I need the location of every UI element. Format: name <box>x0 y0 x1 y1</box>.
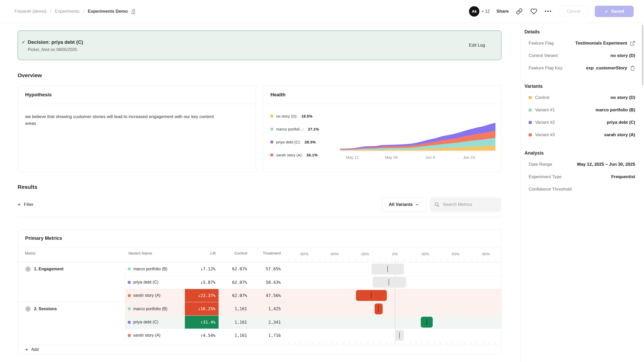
breadcrumb-separator: / <box>83 9 84 14</box>
axis-tick-label: 90% <box>482 252 490 256</box>
add-metric-button[interactable]: + Add <box>18 345 501 354</box>
variant-name-cell: priya debt (C) <box>125 320 185 324</box>
decision-title: Decision: priya debt (C) <box>28 39 83 46</box>
analysis-section: Analysis Date Range May 12, 2025 – Jun 3… <box>524 148 635 196</box>
variant-row: Control no story (D) <box>524 91 635 104</box>
saved-button[interactable]: Saved <box>595 6 634 17</box>
filter-label: Filter <box>24 202 34 207</box>
results-heading: Results <box>18 184 501 190</box>
variant-label: Variant #1 <box>529 107 555 113</box>
hypothesis-body: we believe that showing customer stories… <box>18 104 233 136</box>
plus-icon: + <box>18 202 21 207</box>
confidence-interval-cell <box>289 316 501 329</box>
lift-value: ↓23.37% <box>185 289 219 302</box>
breadcrumb-experiments[interactable]: Experiments <box>55 9 79 14</box>
column-header-treatment: Treatment <box>250 251 284 256</box>
microscope-icon <box>130 9 136 14</box>
share-button[interactable]: Share <box>496 9 509 14</box>
legend-label: priya debt (C): <box>276 140 301 144</box>
analysis-row: Date Range May 12, 2025 – Jun 30, 2025 <box>524 158 635 171</box>
variant-name: marco portfolio (B) <box>133 307 167 311</box>
breadcrumb-current: Experiments Demo <box>88 9 136 14</box>
cancel-button[interactable]: Cancel <box>559 6 588 17</box>
copy-link-icon[interactable] <box>515 8 523 15</box>
svg-text:Jun 23: Jun 23 <box>463 155 475 160</box>
variant-color-swatch <box>529 96 532 99</box>
variant-key: Control <box>535 95 549 100</box>
column-header-variant: Variant Name <box>125 251 185 256</box>
lift-marker <box>371 292 372 299</box>
variant-key: Variant #3 <box>535 132 555 137</box>
legend-item: priya debt (C): 28.3% <box>270 140 340 144</box>
variant-label: Variant #3 <box>529 132 555 137</box>
details-section: Details Feature Flag Testimonials Experi… <box>524 27 635 74</box>
treatment-value: 57.65% <box>250 266 284 271</box>
breadcrumb: Fixpanel {demo} / Experiments / Experime… <box>15 9 136 14</box>
axis-tick-label: 0% <box>392 252 398 256</box>
variant-name: priya debt (C) <box>133 320 158 324</box>
variant-color-swatch <box>128 321 131 324</box>
variant-color-swatch <box>128 267 131 270</box>
metric-row: priya debt (C) ↑31.4% 1,161 2,341 <box>125 315 501 329</box>
metrics-search <box>430 197 501 212</box>
detail-row: Feature Flag Key exp_customerStory <box>524 62 635 74</box>
confidence-interval-bar <box>372 264 404 274</box>
variant-name: sarah story (A) <box>133 333 160 338</box>
hypothesis-title: Hypothesis <box>25 92 52 98</box>
external-link-icon[interactable] <box>630 41 635 46</box>
variant-name-cell: priya debt (C) <box>125 280 185 285</box>
variant-row: Variant #2 priya debt (C) <box>524 116 635 129</box>
feature-flag-key-value: exp_customerStory <box>586 66 635 71</box>
legend-value: 27.1% <box>308 127 319 131</box>
treatment-value: 1,716 <box>250 333 284 338</box>
scrollbar[interactable] <box>642 25 643 85</box>
variant-color-swatch <box>128 334 131 337</box>
confidence-interval-cell <box>289 276 501 289</box>
axis-tick-label: -90% <box>299 252 308 256</box>
saved-label: Saved <box>611 9 624 14</box>
details-title: Details <box>524 27 635 37</box>
metric-name-cell[interactable]: 1. Engagement <box>18 262 125 302</box>
lift-axis: -90%-60%-30%0%30%60%90% <box>289 247 501 259</box>
lift-marker <box>387 266 388 272</box>
overview-heading: Overview <box>18 72 501 78</box>
add-filter-button[interactable]: + Filter <box>18 199 36 210</box>
variant-key: Variant #1 <box>535 107 555 113</box>
detail-label: Control Variant <box>529 53 558 58</box>
treatment-value: 2,341 <box>250 320 284 325</box>
confidence-interval-cell <box>289 329 501 342</box>
edit-log-button[interactable]: Edit Log <box>469 43 485 48</box>
legend-value: 26.1% <box>307 153 318 157</box>
analysis-row: Experiment Type Frequentist <box>524 171 635 183</box>
lift-value: ↓5.87% <box>185 276 219 289</box>
svg-text:May 26: May 26 <box>385 155 397 160</box>
legend-swatch <box>270 115 273 118</box>
search-metrics-input[interactable] <box>443 202 495 207</box>
treatment-value: 1,425 <box>250 306 284 311</box>
variant-name-cell: sarah story (A) <box>125 333 185 338</box>
avatar[interactable]: Ak <box>469 6 479 17</box>
lift-marker <box>426 319 427 325</box>
metric-name: 2. Sessions <box>34 306 57 312</box>
variant-color-swatch <box>529 121 532 124</box>
legend-label: no story (D): <box>276 114 298 118</box>
detail-label: Feature Flag <box>529 41 554 46</box>
more-options-button[interactable]: ••• <box>544 8 552 15</box>
results-toolbar: + Filter All Variants <box>18 197 501 212</box>
analysis-title: Analysis <box>524 148 635 158</box>
legend-swatch <box>270 141 273 143</box>
metric-name-cell[interactable]: 2. Sessions <box>18 302 125 342</box>
column-header-metric: Metric <box>18 251 125 256</box>
clipboard-copy-icon[interactable] <box>630 66 635 71</box>
header-actions: Ak + 12 Share ••• Cancel Saved <box>469 6 634 17</box>
analysis-label: Confidence Threshold <box>529 187 572 192</box>
breadcrumb-project[interactable]: Fixpanel {demo} <box>15 9 46 14</box>
plus-icon: + <box>25 347 28 352</box>
feature-flag-value: Testimonials Experiment <box>575 41 635 46</box>
favorite-heart-icon[interactable] <box>530 8 538 15</box>
variants-dropdown[interactable]: All Variants <box>381 197 426 212</box>
lift-marker <box>378 306 379 312</box>
metric-row: priya debt (C) ↓5.87% 62.07% 58.43% <box>125 276 501 289</box>
treatment-value: 47.56% <box>250 293 284 298</box>
check-icon <box>604 9 608 13</box>
